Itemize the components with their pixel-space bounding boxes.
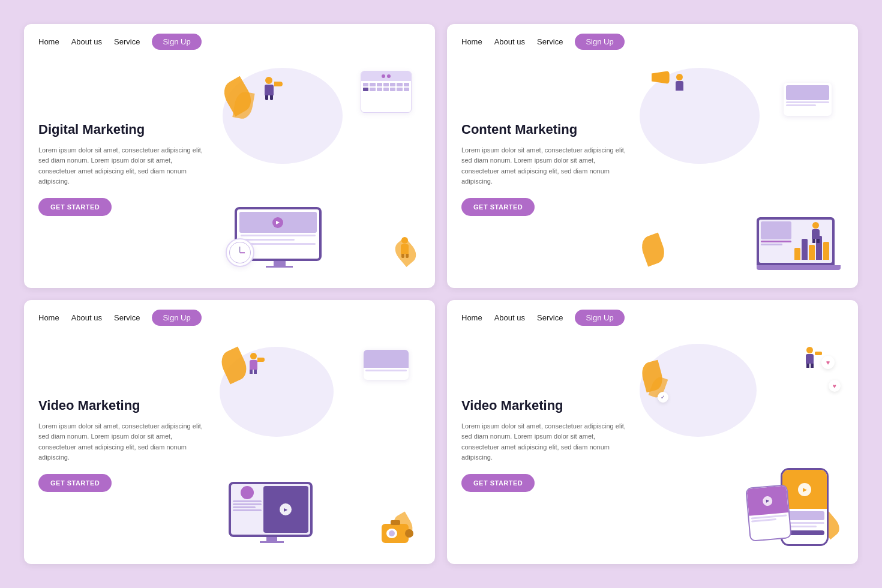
video-monitor-frame: ▶	[229, 482, 313, 537]
phone-2: ▶	[745, 484, 792, 542]
laptop-content	[759, 220, 832, 263]
get-started-btn-4[interactable]: GET STARTED	[461, 474, 535, 492]
person-body-5	[250, 360, 257, 370]
leg-10	[811, 364, 814, 368]
card-body-3: Video Marketing Lorem ipsum dolor sit am…	[24, 332, 435, 564]
person-body-6	[806, 354, 814, 364]
nav-home-3[interactable]: Home	[38, 313, 59, 322]
monitor-base	[266, 266, 293, 268]
card-left-1: Digital Marketing Lorem ipsum dolor sit …	[38, 62, 211, 276]
content-line	[786, 101, 829, 103]
get-started-btn-2[interactable]: GET STARTED	[461, 198, 535, 216]
card-title-4: Video Marketing	[461, 398, 628, 413]
leg-7	[250, 370, 253, 374]
laptop-img	[761, 221, 791, 239]
get-started-btn-1[interactable]: GET STARTED	[38, 198, 112, 216]
cal-cell	[383, 88, 389, 91]
person-body-1	[265, 85, 274, 95]
cal-cell	[383, 83, 389, 86]
profile-line	[233, 500, 262, 502]
nav-signup-1[interactable]: Sign Up	[152, 34, 201, 50]
camera-top	[391, 520, 400, 525]
card-video-marketing-1: Home About us Service Sign Up Video Mark…	[24, 300, 435, 564]
person-head-1	[265, 77, 272, 84]
calendar-grid	[361, 81, 411, 93]
card-content-marketing: Home About us Service Sign Up Content Ma…	[447, 24, 858, 288]
bar-3	[809, 245, 815, 260]
laptop-left-panel	[761, 221, 791, 261]
card-title-2: Content Marketing	[461, 122, 628, 137]
cal-cell	[363, 88, 368, 91]
nav-about-3[interactable]: About us	[71, 313, 102, 322]
laptop-base	[757, 265, 841, 270]
get-started-btn-3[interactable]: GET STARTED	[38, 474, 112, 492]
cal-dot	[382, 74, 385, 78]
card-left-4: Video Marketing Lorem ipsum dolor sit am…	[461, 338, 634, 552]
nav-home-2[interactable]: Home	[461, 37, 482, 46]
leg-1	[265, 95, 268, 100]
cal-cell	[404, 88, 409, 91]
profile-panel	[233, 486, 262, 533]
clock-1	[226, 238, 254, 267]
card-illustration-1: ▶	[211, 62, 421, 276]
nav-signup-2[interactable]: Sign Up	[575, 34, 624, 50]
cal-cell	[390, 83, 395, 86]
phone-line	[785, 522, 824, 524]
cal-cell	[370, 83, 375, 86]
card-desc-3: Lorem ipsum dolor sit amet, consectetuer…	[38, 421, 205, 463]
nav-about-1[interactable]: About us	[71, 37, 102, 46]
person-3	[812, 222, 820, 243]
img-card-bottom	[364, 368, 409, 373]
laptop-screen	[757, 217, 835, 265]
person-legs-2	[401, 254, 409, 258]
nav-1: Home About us Service Sign Up	[24, 24, 435, 56]
person-2	[401, 237, 409, 258]
person-body-4	[676, 81, 683, 91]
megaphone-1	[274, 82, 283, 86]
nav-about-4[interactable]: About us	[494, 313, 525, 322]
img-card-top	[364, 350, 409, 368]
megaphone-big	[652, 71, 676, 89]
card-desc-1: Lorem ipsum dolor sit amet, consectetuer…	[38, 145, 205, 187]
nav-service-3[interactable]: Service	[114, 313, 140, 322]
leg-6	[817, 239, 820, 243]
person-legs-6	[806, 364, 814, 368]
nav-home-1[interactable]: Home	[38, 37, 59, 46]
laptop-line	[761, 241, 791, 242]
person-body-3	[812, 229, 820, 239]
card-left-2: Content Marketing Lorem ipsum dolor sit …	[461, 62, 634, 276]
line-1	[241, 235, 316, 236]
nav-signup-4[interactable]: Sign Up	[575, 310, 624, 326]
nav-service-4[interactable]: Service	[537, 313, 563, 322]
cal-cell	[390, 88, 395, 91]
nav-3: Home About us Service Sign Up	[24, 300, 435, 332]
nav-2: Home About us Service Sign Up	[447, 24, 858, 56]
img-card-float	[364, 350, 409, 380]
nav-signup-3[interactable]: Sign Up	[152, 310, 201, 326]
person-head-3	[812, 222, 819, 229]
person-head-5	[250, 353, 257, 359]
card-body-2: Content Marketing Lorem ipsum dolor sit …	[447, 56, 858, 288]
card-illustration-4: ▶ ▶ ♥ ♥	[634, 338, 844, 552]
card-title-1: Digital Marketing	[38, 122, 205, 137]
cal-cell	[363, 83, 368, 86]
card-video-marketing-2: Home About us Service Sign Up Video Mark…	[447, 300, 858, 564]
nav-service-1[interactable]: Service	[114, 37, 140, 46]
leaf-4	[638, 232, 667, 266]
nav-4: Home About us Service Sign Up	[447, 300, 858, 332]
check-icon: ✓	[658, 392, 668, 403]
cal-cell	[397, 83, 402, 86]
cal-cell	[397, 88, 402, 91]
person-body-2	[401, 244, 409, 254]
nav-service-2[interactable]: Service	[537, 37, 563, 46]
person-1	[265, 77, 274, 100]
laptop-1	[757, 217, 841, 270]
person-head-4	[676, 74, 683, 80]
monitor-stand-3	[266, 537, 277, 541]
nav-about-2[interactable]: About us	[494, 37, 525, 46]
nav-home-4[interactable]: Home	[461, 313, 482, 322]
phone-img	[785, 511, 824, 520]
play-icon-2: ▶	[280, 503, 292, 515]
person-head-6	[806, 347, 813, 353]
person-6	[806, 347, 814, 368]
